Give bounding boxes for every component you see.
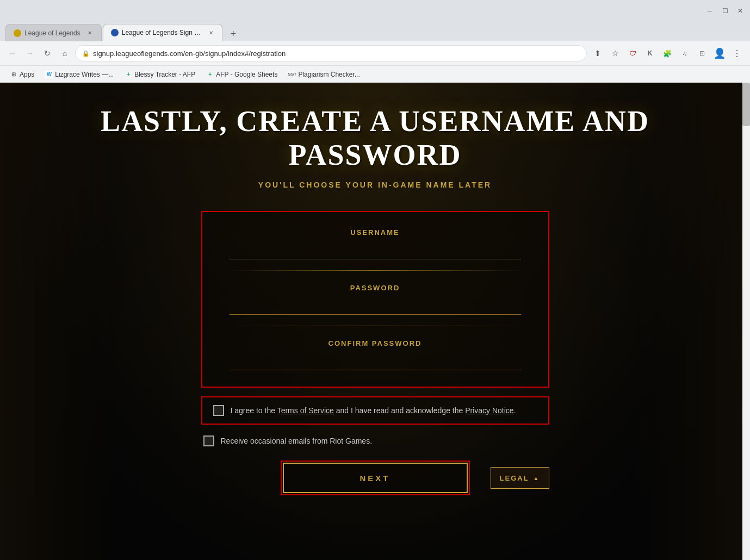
legal-button[interactable]: LEGAL ▲	[491, 467, 549, 489]
profile-button[interactable]: 👤	[712, 46, 727, 61]
page-content: LASTLY, CREATE A USERNAME AND PASSWORD Y…	[0, 83, 750, 560]
browser-actions: ⬆ ☆ 🛡 K 🧩 ♫ ⊡ 👤 ⋮	[590, 46, 745, 61]
address-row: ← → ↻ ⌂ 🔒 signup.leagueoflegends.com/en-…	[0, 41, 750, 65]
ext-keePass-icon[interactable]: K	[642, 46, 658, 61]
restore-button[interactable]: ☐	[721, 7, 729, 15]
reload-button[interactable]: ↻	[40, 46, 54, 60]
ext-music-icon[interactable]: ♫	[677, 46, 692, 61]
bookmark-lizgrace[interactable]: W Lizgrace Writes —...	[41, 69, 118, 80]
back-button[interactable]: ←	[5, 46, 20, 60]
bookmark-button[interactable]: ☆	[608, 46, 623, 61]
lizgrace-icon: W	[45, 71, 53, 78]
bookmark-afp-label: AFP - Google Sheets	[216, 71, 277, 78]
split-screen-button[interactable]: ⊡	[695, 46, 710, 61]
username-input[interactable]	[230, 241, 521, 259]
share-button[interactable]: ⬆	[590, 46, 605, 61]
blessy-icon: +	[125, 71, 132, 78]
scrollbar-thumb[interactable]	[742, 83, 750, 126]
bookmark-plagiarism-label: Plagiarism Checker...	[298, 71, 359, 78]
legal-chevron-icon: ▲	[534, 475, 540, 481]
confirm-password-field: CONFIRM PASSWORD	[230, 339, 521, 370]
bookmark-plagiarism[interactable]: SST Plagiarism Checker...	[284, 69, 364, 80]
new-tab-button[interactable]: +	[226, 26, 241, 41]
window-controls: ─ ☐ ✕	[705, 7, 745, 15]
scrollbar[interactable]	[742, 83, 750, 560]
emails-label: Receive occasional emails from Riot Game…	[221, 437, 373, 445]
legal-button-label: LEGAL	[500, 474, 529, 482]
tab-favicon-lol1	[14, 29, 21, 37]
content-wrapper: LASTLY, CREATE A USERNAME AND PASSWORD Y…	[0, 83, 750, 560]
field-divider-1	[230, 270, 521, 271]
confirm-password-input[interactable]	[230, 352, 521, 370]
tab-lol1[interactable]: League of Legends ✕	[5, 24, 102, 41]
username-label: USERNAME	[230, 228, 521, 237]
afp-icon: +	[206, 71, 214, 78]
apps-icon: ⊞	[10, 71, 17, 78]
emails-checkbox[interactable]	[203, 435, 214, 446]
close-button[interactable]: ✕	[736, 7, 745, 15]
bookmarks-bar: ⊞ Apps W Lizgrace Writes —... + Blessy T…	[0, 65, 750, 83]
browser-chrome: ─ ☐ ✕ League of Legends ✕ League of Lege…	[0, 0, 750, 83]
main-title: LASTLY, CREATE A USERNAME AND PASSWORD	[11, 104, 739, 172]
title-bar: ─ ☐ ✕	[0, 0, 750, 22]
bookmark-apps-label: Apps	[20, 71, 34, 78]
tab-favicon-lol2	[111, 29, 119, 36]
url-text: signup.leagueoflegends.com/en-gb/signup/…	[93, 49, 580, 58]
ext-puzzle-icon[interactable]: 🧩	[660, 46, 675, 61]
ext-shield-icon[interactable]: 🛡	[625, 46, 640, 61]
username-field: USERNAME	[230, 228, 521, 259]
minimize-button[interactable]: ─	[705, 7, 714, 15]
password-field: PASSWORD	[230, 284, 521, 315]
bookmark-blessy[interactable]: + Blessy Tracker - AFP	[120, 69, 200, 80]
forward-button[interactable]: →	[23, 46, 37, 60]
lock-icon: 🔒	[82, 50, 90, 57]
address-bar[interactable]: 🔒 signup.leagueoflegends.com/en-gb/signu…	[75, 45, 587, 61]
emails-checkbox-area: Receive occasional emails from Riot Game…	[201, 430, 549, 452]
privacy-notice-link[interactable]: Privacy Notice	[465, 406, 513, 415]
bookmark-apps[interactable]: ⊞ Apps	[5, 69, 39, 80]
confirm-password-label: CONFIRM PASSWORD	[230, 339, 521, 347]
bookmark-lizgrace-label: Lizgrace Writes —...	[55, 71, 114, 78]
tab-label-lol1: League of Legends	[24, 29, 80, 37]
menu-button[interactable]: ⋮	[729, 46, 745, 61]
tab-label-lol2: League of Legends Sign Up | EU	[122, 29, 202, 36]
next-button[interactable]: NEXT	[283, 463, 468, 493]
sub-title: YOU'LL CHOOSE YOUR IN-GAME NAME LATER	[258, 181, 492, 189]
tos-label: I agree to the Terms of Service and I ha…	[231, 406, 516, 415]
tabs-row: League of Legends ✕ League of Legends Si…	[0, 22, 750, 41]
bookmark-blessy-label: Blessy Tracker - AFP	[134, 71, 195, 78]
bookmark-afp[interactable]: + AFP - Google Sheets	[202, 69, 282, 80]
tab-close-lol2[interactable]: ✕	[208, 29, 214, 36]
form-container: USERNAME PASSWORD CONFIRM PASSWORD	[201, 211, 549, 388]
buttons-row: NEXT LEGAL ▲	[201, 463, 549, 493]
tos-checkbox-area: I agree to the Terms of Service and I ha…	[201, 396, 549, 425]
tab-close-lol1[interactable]: ✕	[86, 29, 94, 37]
terms-of-service-link[interactable]: Terms of Service	[277, 406, 334, 415]
home-button[interactable]: ⌂	[58, 46, 72, 60]
tab-lol2[interactable]: League of Legends Sign Up | EU ✕	[103, 24, 222, 41]
plagiarism-icon: SST	[288, 71, 296, 78]
tos-checkbox[interactable]	[213, 405, 224, 416]
password-input[interactable]	[230, 296, 521, 315]
password-label: PASSWORD	[230, 284, 521, 292]
field-divider-2	[230, 326, 521, 326]
